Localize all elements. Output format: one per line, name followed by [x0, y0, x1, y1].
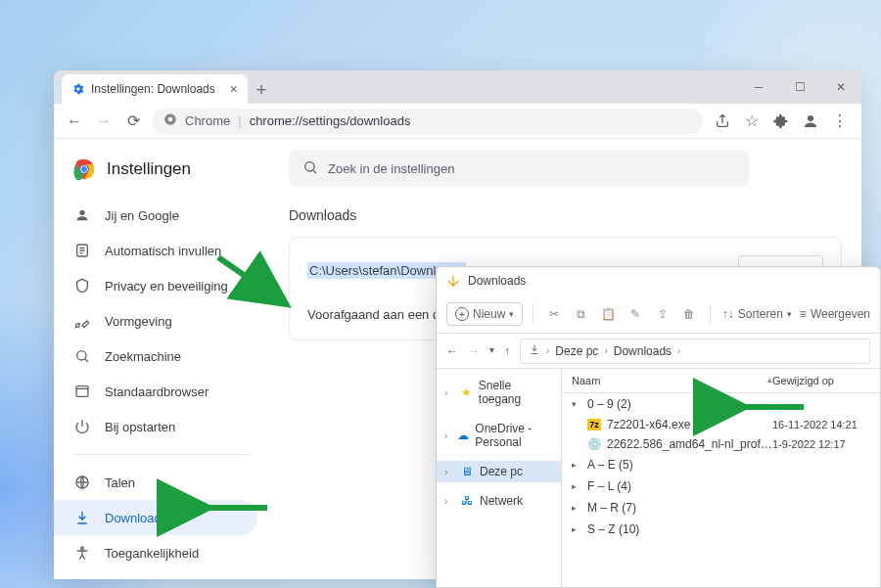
sidebar-item-vormgeving[interactable]: Vormgeving	[54, 303, 257, 339]
column-headers[interactable]: Naam ▴ Gewijzigd op	[562, 369, 880, 393]
explorer-side-label: Netwerk	[480, 494, 523, 508]
star-icon: ★	[460, 385, 473, 399]
file-group[interactable]: ▸F – L (4)	[562, 475, 880, 497]
sidebar-item-label: Talen	[105, 475, 135, 490]
maximize-button[interactable]: ☐	[779, 70, 820, 104]
file-group[interactable]: ▸S – Z (10)	[562, 519, 880, 540]
group-label: A – E (5)	[587, 458, 633, 472]
explorer-side-item[interactable]: ›🖧Netwerk	[437, 490, 561, 512]
explorer-window: Downloads + Nieuw ▾ ✂ ⧉ 📋 ✎ ⇪ 🗑 ↑↓ Sorte…	[436, 266, 881, 588]
new-tab-button[interactable]: +	[248, 76, 275, 104]
sidebar-item-privacy-en-beveiliging[interactable]: Privacy en beveiliging	[54, 268, 257, 303]
view-button[interactable]: ≡ Weergeven	[800, 307, 870, 321]
browser-tab[interactable]: Instellingen: Downloads ×	[62, 74, 248, 104]
share-icon[interactable]	[711, 110, 734, 133]
sidebar-item-bij-opstarten[interactable]: Bij opstarten	[54, 409, 257, 444]
sidebar-item-label: Vormgeving	[105, 314, 172, 329]
copy-icon[interactable]: ⧉	[571, 302, 592, 326]
file-group[interactable]: ▸M – R (7)	[562, 497, 880, 519]
pc-icon: 🖥	[460, 465, 474, 478]
breadcrumb-item[interactable]: Deze pc	[555, 344, 598, 358]
breadcrumb[interactable]: › Deze pc › Downloads ›	[520, 339, 870, 364]
chevron-icon: ▸	[572, 524, 581, 534]
svg-point-12	[81, 547, 84, 550]
sidebar-item-toegankelijkheid[interactable]: Toegankelijkheid	[54, 535, 257, 570]
paste-icon[interactable]: 📋	[597, 302, 619, 326]
profile-icon[interactable]	[799, 110, 822, 133]
column-name[interactable]: Naam	[572, 375, 728, 386]
group-label: S – Z (10)	[587, 522, 639, 536]
settings-search-input[interactable]: Zoek in de instellingen	[289, 151, 749, 186]
search-icon	[73, 347, 91, 365]
bookmark-icon[interactable]: ☆	[740, 110, 764, 133]
chevron-icon: ›	[444, 496, 454, 507]
file-group[interactable]: ▾0 – 9 (2)	[562, 393, 880, 415]
svg-point-1	[168, 117, 173, 122]
divider	[73, 454, 250, 455]
new-button[interactable]: + Nieuw ▾	[446, 302, 523, 326]
close-button[interactable]: ✕	[820, 70, 861, 104]
up-button[interactable]: ↑	[504, 344, 510, 358]
address-url: chrome://settings/downloads	[250, 113, 411, 128]
explorer-side-label: Deze pc	[480, 465, 523, 478]
gear-icon	[71, 82, 85, 96]
forward-button[interactable]: →	[93, 111, 115, 132]
chevron-down-icon[interactable]: ▾	[489, 344, 494, 358]
onedrive-icon: ☁	[457, 429, 469, 442]
globe-icon	[73, 474, 91, 491]
chevron-icon: ›	[444, 430, 451, 441]
chevron-icon: ▸	[572, 503, 581, 513]
explorer-side-item[interactable]: ›☁OneDrive - Personal	[437, 418, 561, 453]
reload-button[interactable]: ⟳	[122, 111, 144, 132]
minimize-button[interactable]: ─	[738, 70, 779, 104]
forward-button[interactable]: →	[468, 344, 480, 358]
column-date[interactable]: Gewijzigd op	[772, 375, 870, 386]
sidebar-item-label: Automatisch invullen	[105, 244, 221, 258]
sort-button[interactable]: ↑↓ Sorteren ▾	[722, 307, 792, 321]
sidebar-item-jij-en-google[interactable]: Jij en Google	[54, 198, 257, 233]
explorer-title: Downloads	[468, 274, 526, 288]
rename-icon[interactable]: ✎	[625, 302, 646, 326]
delete-icon[interactable]: 🗑	[678, 302, 700, 326]
power-icon	[73, 418, 91, 435]
sidebar-item-talen[interactable]: Talen	[54, 465, 257, 500]
share-icon[interactable]: ⇪	[652, 302, 673, 326]
sidebar-item-label: Downloads	[105, 511, 167, 525]
file-name: 7z2201-x64.exe	[607, 418, 772, 431]
chevron-icon: ▸	[572, 460, 581, 470]
cut-icon[interactable]: ✂	[543, 302, 565, 326]
group-label: F – L (4)	[587, 479, 631, 493]
sidebar-item-zoekmachine[interactable]: Zoekmachine	[54, 339, 257, 374]
chrome-toolbar: ← → ⟳ Chrome | chrome://settings/downloa…	[54, 104, 861, 139]
explorer-titlebar: Downloads	[437, 267, 880, 294]
sidebar-item-automatisch-invullen[interactable]: Automatisch invullen	[54, 233, 257, 268]
sort-icon: ↑↓	[722, 307, 734, 321]
address-bar[interactable]: Chrome | chrome://settings/downloads	[152, 109, 703, 134]
autofill-icon	[73, 242, 91, 259]
file-date: 16-11-2022 14:21	[772, 419, 870, 430]
settings-sidebar: Instellingen Jij en GoogleAutomatisch in…	[54, 139, 269, 579]
sidebar-item-standaardbrowser[interactable]: Standaardbrowser	[54, 374, 257, 409]
file-name: 22622.586_amd64_nl-nl_professional_a6430…	[607, 437, 772, 451]
address-chrome-label: Chrome	[185, 113, 230, 128]
explorer-side-item[interactable]: ›🖥Deze pc	[437, 461, 561, 482]
sidebar-item-downloads[interactable]: Downloads	[54, 500, 257, 535]
back-button[interactable]: ←	[64, 111, 85, 132]
file-row[interactable]: 7z7z2201-x64.exe16-11-2022 14:21	[562, 415, 880, 434]
network-icon: 🖧	[460, 494, 474, 508]
extensions-icon[interactable]	[769, 110, 793, 133]
view-icon: ≡	[800, 307, 807, 321]
back-button[interactable]: ←	[446, 344, 458, 358]
chevron-down-icon: ▾	[509, 309, 514, 319]
chevron-icon: ▸	[572, 481, 581, 491]
breadcrumb-item[interactable]: Downloads	[614, 344, 672, 358]
file-row[interactable]: 💿22622.586_amd64_nl-nl_professional_a643…	[562, 434, 880, 454]
search-placeholder: Zoek in de instellingen	[328, 161, 454, 176]
file-icon: 💿	[587, 437, 601, 451]
close-tab-icon[interactable]: ×	[230, 81, 238, 97]
explorer-side-item[interactable]: ›★Snelle toegang	[437, 375, 561, 410]
group-label: 0 – 9 (2)	[587, 397, 631, 411]
sidebar-item-systeem[interactable]: Systeem	[54, 570, 257, 579]
file-group[interactable]: ▸A – E (5)	[562, 454, 880, 475]
menu-icon[interactable]: ⋮	[828, 110, 852, 133]
